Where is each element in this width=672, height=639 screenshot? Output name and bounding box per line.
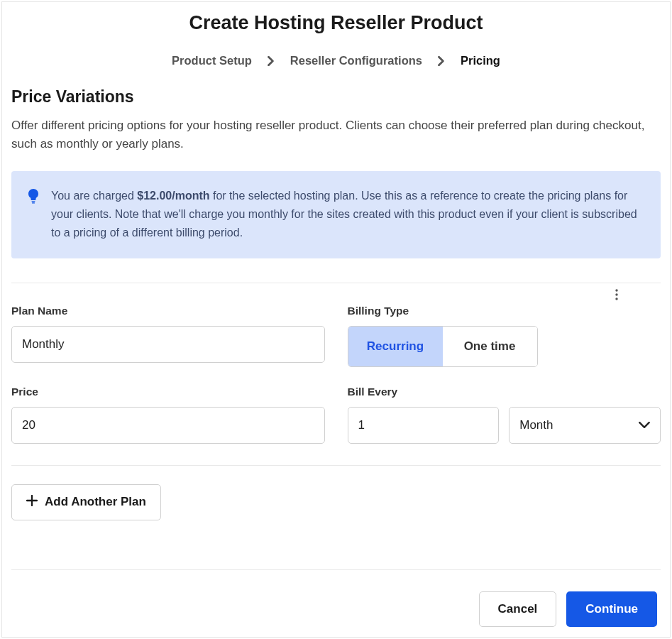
breadcrumb-step-reseller-configurations[interactable]: Reseller Configurations xyxy=(290,54,422,67)
wizard-breadcrumb: Product Setup Reseller Configurations Pr… xyxy=(2,54,670,87)
continue-button[interactable]: Continue xyxy=(566,591,657,627)
section-description: Offer different pricing options for your… xyxy=(11,116,661,154)
chevron-right-icon xyxy=(268,56,275,66)
bill-unit-select[interactable]: Month xyxy=(509,407,661,444)
divider xyxy=(11,465,661,466)
more-vertical-icon xyxy=(615,289,618,300)
bill-every-label: Bill Every xyxy=(348,386,661,398)
info-prefix: You are charged xyxy=(51,190,137,202)
cancel-button[interactable]: Cancel xyxy=(479,591,557,627)
footer-actions: Cancel Continue xyxy=(479,591,657,627)
price-input[interactable] xyxy=(11,407,325,444)
billing-type-onetime[interactable]: One time xyxy=(443,327,537,366)
billing-type-toggle: Recurring One time xyxy=(348,326,538,367)
plan-form: Plan Name Billing Type Recurring One tim… xyxy=(11,283,661,465)
add-another-plan-button[interactable]: Add Another Plan xyxy=(11,484,161,520)
info-callout: You are charged $12.00/month for the sel… xyxy=(11,171,661,258)
bill-unit-value: Month xyxy=(519,418,553,432)
lightbulb-icon xyxy=(27,188,40,243)
add-plan-label: Add Another Plan xyxy=(45,495,146,509)
billing-type-recurring[interactable]: Recurring xyxy=(348,327,443,366)
svg-rect-1 xyxy=(32,202,35,203)
bill-every-input[interactable] xyxy=(348,407,500,444)
svg-point-2 xyxy=(615,289,617,291)
chevron-right-icon xyxy=(438,56,445,66)
divider xyxy=(11,569,661,570)
plan-name-input[interactable] xyxy=(11,326,325,363)
plan-name-label: Plan Name xyxy=(11,305,325,317)
plan-more-menu-button[interactable] xyxy=(608,286,625,303)
plus-icon xyxy=(26,495,38,510)
svg-rect-0 xyxy=(32,201,35,202)
page-title: Create Hosting Reseller Product xyxy=(2,2,670,54)
section-title: Price Variations xyxy=(11,87,661,106)
breadcrumb-step-pricing: Pricing xyxy=(461,54,500,67)
info-text: You are charged $12.00/month for the sel… xyxy=(51,187,645,243)
price-label: Price xyxy=(11,386,325,398)
info-amount: $12.00/month xyxy=(137,190,209,202)
chevron-down-icon xyxy=(639,418,650,432)
billing-type-label: Billing Type xyxy=(348,305,661,317)
breadcrumb-step-product-setup[interactable]: Product Setup xyxy=(172,54,252,67)
main-container: Create Hosting Reseller Product Product … xyxy=(1,1,671,638)
svg-point-4 xyxy=(615,297,617,300)
svg-point-3 xyxy=(615,293,617,295)
